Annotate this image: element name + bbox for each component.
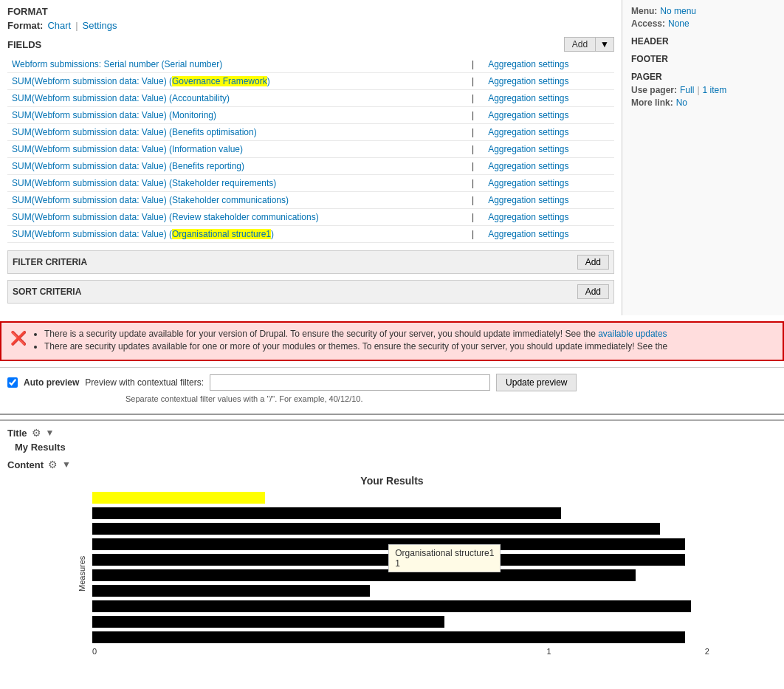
gear-icon[interactable]: ⚙ [32,427,41,439]
agg-settings-link[interactable]: Aggregation settings [488,178,568,188]
separator: | [472,76,474,86]
field-link[interactable]: Webform submissions: Serial number (Seri… [12,59,222,69]
menu-label: Menu: [631,6,657,16]
agg-settings-link[interactable]: Aggregation settings [488,110,568,120]
separator: | [472,110,474,120]
menu-value-link[interactable]: No menu [660,6,696,16]
bar-fill [92,523,660,535]
field-link[interactable]: SUM(Webform submission data: Value) (Ben… [12,127,257,137]
agg-settings-link[interactable]: Aggregation settings [488,76,568,86]
chart-preview-section: Title ⚙ ▼ My Results Content ⚙ ▼ Your Re… [0,419,784,662]
access-value-link[interactable]: None [668,18,690,29]
more-link-value[interactable]: No [676,97,687,108]
field-link[interactable]: SUM(Webform submission data: Value) (Gov… [12,76,270,86]
agg-settings-link[interactable]: Aggregation settings [488,229,568,239]
agg-settings-link[interactable]: Aggregation settings [488,195,568,205]
list-item: There is a security update available for… [44,329,667,339]
fields-add-arrow[interactable]: ▼ [596,37,614,52]
bar-row [92,507,709,520]
tooltip-value: 1 [395,558,400,569]
table-row: SUM(Webform submission data: Value) (Gov… [7,73,614,90]
table-row: SUM(Webform submission data: Value) (Acc… [7,90,614,107]
use-pager-label: Use pager: [631,85,677,95]
preview-section: Auto preview Preview with contextual fil… [0,367,784,409]
chart-link[interactable]: Chart [47,20,71,31]
full-width-container: ❌ There is a security update available f… [0,321,784,662]
bar-row [92,615,709,628]
content-gear-icon[interactable]: ⚙ [48,459,58,470]
format-separator: | [75,20,78,31]
separator: | [472,178,474,188]
field-link[interactable]: SUM(Webform submission data: Value) (Mon… [12,110,216,120]
error-section: ❌ There is a security update available f… [0,321,784,361]
pager-separator: | [697,85,699,95]
error-list: There is a security update available for… [32,329,667,354]
separator: | [472,144,474,154]
bar-row [92,600,709,613]
settings-link[interactable]: Settings [83,20,117,31]
content-dropdown-icon[interactable]: ▼ [62,459,71,470]
separator: | [472,161,474,171]
divider [0,414,784,415]
field-link[interactable]: SUM(Webform submission data: Value) (Inf… [12,144,243,154]
bar-chart: Your Results Measures [75,475,709,656]
separator: | [472,93,474,103]
highlight-text: Governance Framework [172,76,267,86]
highlight-text: Organisational structure1 [172,229,271,239]
field-link[interactable]: SUM(Webform submission data: Value) (Acc… [12,93,230,103]
bar-row [92,584,709,597]
field-link[interactable]: SUM(Webform submission data: Value) (Ben… [12,161,244,171]
full-link[interactable]: Full [680,85,694,95]
item-link[interactable]: 1 item [703,85,727,95]
field-link[interactable]: SUM(Webform submission data: Value) (Sta… [12,195,289,205]
content-label: Content [7,459,44,470]
chart-heading: Your Results [75,475,709,487]
fields-add-button[interactable]: Add [564,37,596,52]
auto-preview-checkbox[interactable] [7,377,18,388]
error-icon: ❌ [10,330,27,346]
pager-title: PAGER [631,72,775,82]
format-section: FORMAT Format: Chart | Settings [7,6,614,31]
fields-add-group: Add ▼ [564,37,614,52]
tooltip: Organisational structure1 1 [388,544,501,572]
agg-settings-link[interactable]: Aggregation settings [488,59,568,69]
filter-criteria-add-button[interactable]: Add [577,255,609,270]
table-row: SUM(Webform submission data: Value) (Sta… [7,192,614,209]
table-row: SUM(Webform submission data: Value) (Mon… [7,107,614,124]
field-link[interactable]: SUM(Webform submission data: Value) (Sta… [12,178,276,188]
bars-section: Organisational structure1 1 [92,491,709,656]
format-title: FORMAT [7,6,614,17]
bar-row [92,631,709,644]
bar-fill [92,492,265,504]
update-preview-button[interactable]: Update preview [496,374,577,391]
bar-row [92,491,709,504]
bar-fill [92,631,685,643]
auto-preview-label: Auto preview [24,377,79,388]
sort-criteria-add-button[interactable]: Add [577,284,609,299]
title-value: My Results [7,442,777,453]
title-label: Title [7,428,27,439]
available-updates-link[interactable]: available updates [598,329,667,339]
sort-criteria-title: SORT CRITERIA [13,287,81,297]
fields-section: FIELDS Add ▼ Webform submissions: Serial… [7,37,614,243]
agg-settings-link[interactable]: Aggregation settings [488,93,568,103]
separator: | [472,127,474,137]
bar-fill [92,569,636,581]
preview-input[interactable] [210,374,490,391]
bar-fill [92,600,691,612]
agg-settings-link[interactable]: Aggregation settings [488,212,568,222]
x-axis-label: 1 [547,647,551,656]
filter-criteria-title: FILTER CRITERIA [13,257,87,267]
table-row: SUM(Webform submission data: Value) (Ben… [7,158,614,175]
field-link[interactable]: SUM(Webform submission data: Value) (Rev… [12,212,319,222]
agg-settings-link[interactable]: Aggregation settings [488,144,568,154]
agg-settings-link[interactable]: Aggregation settings [488,161,568,171]
agg-settings-link[interactable]: Aggregation settings [488,127,568,137]
table-row: SUM(Webform submission data: Value) (Org… [7,226,614,243]
footer-title: FOOTER [631,54,775,64]
separator: | [472,229,474,239]
right-panel: Menu: No menu Access: None HEADER FOOTER… [622,0,784,315]
field-link[interactable]: SUM(Webform submission data: Value) (Org… [12,229,274,239]
bar-fill [92,507,561,519]
dropdown-arrow-icon[interactable]: ▼ [46,428,55,438]
